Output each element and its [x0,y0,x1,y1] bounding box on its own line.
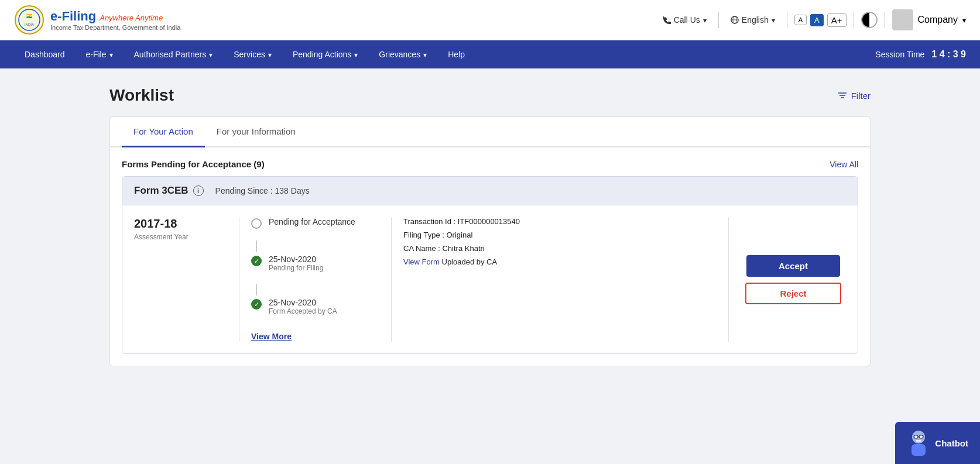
user-chevron [962,15,966,25]
timeline-dot-pending [251,218,262,229]
language-button[interactable]: English [726,13,780,27]
svg-point-0 [15,6,43,34]
navbar: Dashboard e-File Authorised Partners Ser… [0,40,980,68]
page-content: Worklist Filter For Your Action For your… [86,68,894,384]
page-title: Worklist [109,86,174,105]
transaction-id-label: Transaction Id : [403,217,458,226]
nav-dashboard-label: Dashboard [25,50,65,59]
call-us-label: Call Us [674,15,700,25]
col-actions: Accept Reject [729,217,846,342]
call-us-chevron [703,15,707,25]
user-menu[interactable]: Company [892,9,966,30]
timeline-content-2: 25-Nov-2020 Pending for Filing [269,255,323,272]
assessment-year-label: Assessment Year [134,233,227,241]
divider-3 [854,12,854,28]
tab-for-your-action[interactable]: For Your Action [122,117,205,147]
filing-type-value: Original [446,231,472,239]
nav-help-label: Help [448,50,465,59]
top-header: 🇮🇳 INDIA e-Filing Anywhere Anytime Incom… [0,0,980,40]
reject-button[interactable]: Reject [746,284,840,303]
timeline-content-3: 25-Nov-2020 Form Accepted by CA [269,298,337,315]
globe-icon [731,16,739,24]
filter-label: Filter [851,91,871,101]
user-avatar [892,9,913,30]
nav-pending-actions-chevron [354,50,358,59]
view-more-link[interactable]: View More [251,332,292,341]
divider-1 [718,12,719,28]
form-body: 2017-18 Assessment Year Pending for Acce… [122,205,858,353]
nav-authorised-partners[interactable]: Authorised Partners [124,40,224,68]
timeline-line-1 [256,240,257,252]
nav-grievances-label: Grievances [379,50,420,59]
nav-authorised-partners-chevron [209,50,213,59]
svg-text:🇮🇳: 🇮🇳 [26,13,32,19]
col-timeline: Pending for Acceptance ✓ 25-Nov-2020 Pen… [239,217,392,342]
session-time-value: 1 4 : 3 9 [931,49,966,60]
filing-type-label: Filing Type : [403,231,446,239]
timeline-sub-2: Form Accepted by CA [269,307,337,315]
col-year: 2017-18 Assessment Year [134,217,239,342]
timeline-sub-1: Pending for Filing [269,264,323,272]
section-header: Forms Pending for Acceptance (9) View Al… [110,147,870,176]
reject-wrapper: Reject [745,283,841,304]
worklist-card: For Your Action For your Information For… [109,116,871,366]
timeline-item-3: ✓ 25-Nov-2020 Form Accepted by CA [251,298,379,315]
divider-2 [787,12,787,28]
nav-efile-chevron [109,50,113,59]
nav-services-chevron [268,50,272,59]
form-info-icon[interactable]: i [193,185,204,196]
info-view-form: View Form Uploaded by CA [403,257,717,266]
timeline-dot-done-1: ✓ [251,256,262,266]
view-all-link[interactable]: View All [830,160,858,169]
ca-name-label: CA Name : [403,244,442,253]
logo-subtitle: Income Tax Department, Government of Ind… [50,24,180,31]
view-form-link[interactable]: View Form [403,257,440,266]
timeline-date-2: 25-Nov-2020 [269,298,337,307]
tab-for-your-information[interactable]: For your Information [205,117,307,147]
form-name: Form 3CEB [134,185,189,197]
col-info: Transaction Id : ITF000000013540 Filing … [392,217,729,342]
logo-efiling: e-Filing [50,9,96,24]
nav-efile[interactable]: e-File [76,40,124,68]
phone-icon [663,16,671,24]
assessment-year-value: 2017-18 [134,217,227,231]
tabs-container: For Your Action For your Information [110,117,870,147]
session-time: Session Time 1 4 : 3 9 [875,49,966,60]
timeline-item-1: Pending for Acceptance [251,217,379,229]
timeline-line-2 [256,284,257,295]
nav-services[interactable]: Services [223,40,282,68]
call-us-button[interactable]: Call Us [658,13,711,27]
filter-button[interactable]: Filter [837,90,871,101]
language-label: English [742,15,769,25]
font-normal-button[interactable]: A [810,14,824,26]
view-form-suffix: Uploaded by CA [440,257,497,266]
form-card-title: Form 3CEB i [134,185,204,197]
language-chevron [772,15,775,25]
info-filing-type: Filing Type : Original [403,231,717,239]
font-large-button[interactable]: A+ [827,13,847,27]
timeline-item-2: ✓ 25-Nov-2020 Pending for Filing [251,255,379,272]
nav-dashboard[interactable]: Dashboard [14,40,76,68]
divider-4 [885,12,885,28]
form-card-header: Form 3CEB i Pending Since : 138 Days [122,177,858,205]
section-title: Forms Pending for Acceptance (9) [122,159,265,169]
contrast-toggle[interactable] [861,12,878,28]
logo-area: 🇮🇳 INDIA e-Filing Anywhere Anytime Incom… [14,5,180,35]
font-size-controls: A A A+ [794,13,847,27]
nav-pending-actions[interactable]: Pending Actions [282,40,368,68]
emblem-icon: 🇮🇳 INDIA [14,5,44,35]
accept-button[interactable]: Accept [746,255,840,277]
font-small-button[interactable]: A [794,15,807,25]
page-header: Worklist Filter [109,86,871,105]
timeline-content-1: Pending for Acceptance [269,217,355,226]
info-ca-name: CA Name : Chitra Khatri [403,244,717,253]
svg-text:INDIA: INDIA [25,23,34,26]
nav-efile-label: e-File [86,50,107,59]
nav-grievances[interactable]: Grievances [368,40,437,68]
pending-since: Pending Since : 138 Days [215,186,310,195]
nav-pending-actions-label: Pending Actions [293,50,351,59]
timeline-date-1: 25-Nov-2020 [269,255,323,264]
nav-help[interactable]: Help [437,40,475,68]
transaction-id-value: ITF000000013540 [458,217,520,226]
tab-for-your-action-label: For Your Action [133,126,193,136]
